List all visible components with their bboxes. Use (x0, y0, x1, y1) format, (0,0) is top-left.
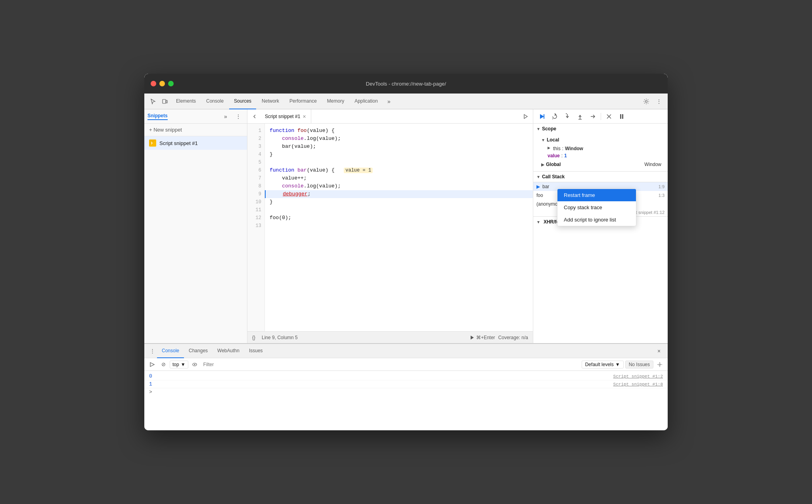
local-header[interactable]: ▼ Local (541, 135, 668, 145)
editor-tab-close-icon[interactable]: × (303, 113, 306, 120)
code-line-1: function foo(value) { (265, 127, 533, 135)
editor-run-button[interactable] (520, 111, 531, 122)
global-label: Global (546, 162, 561, 167)
pause-on-exceptions-btn[interactable] (616, 111, 627, 122)
console-source-1[interactable]: Script snippet #1:8 (613, 382, 663, 387)
tab-performance[interactable]: Performance (285, 94, 322, 109)
step-over-btn[interactable] (549, 111, 560, 122)
console-toolbar: ⊘ top ▼ Default levels ▼ No Issues (144, 358, 668, 371)
console-row-1: 1 Script snippet #1:8 (144, 380, 668, 388)
global-header[interactable]: ▶ Global Window (541, 159, 668, 170)
editor-tab-snippet1[interactable]: Script snippet #1 × (260, 109, 311, 124)
bottom-tab-console[interactable]: Console (157, 344, 184, 358)
context-menu: Restart frame Copy stack trace Add scrip… (557, 189, 636, 226)
global-triangle-icon: ▶ (541, 162, 544, 167)
bottom-tab-issues[interactable]: Issues (244, 344, 268, 358)
status-bar: {} Line 9, Column 5 ⌘+Enter Coverage: n/… (247, 331, 533, 343)
minimize-button[interactable] (159, 81, 165, 86)
context-menu-ignore-list[interactable]: Add script to ignore list (557, 214, 636, 226)
call-item-bar-location: 1:9 (659, 184, 665, 189)
more-panels-icon[interactable]: » (220, 111, 231, 122)
main-tab-bar: Elements Console Sources Network Perform… (144, 94, 668, 109)
resume-btn[interactable] (536, 111, 548, 122)
close-button[interactable] (151, 81, 156, 86)
bottom-tab-right: × (653, 346, 665, 357)
clear-console-icon[interactable]: ⊘ (159, 360, 168, 369)
step-into-btn[interactable] (562, 111, 573, 122)
console-source-0[interactable]: Script snippet #1:2 (613, 374, 663, 379)
scope-header[interactable]: ▼ Scope (533, 124, 668, 134)
console-settings-icon[interactable] (655, 360, 665, 369)
bottom-more-icon[interactable]: ⋮ (147, 346, 157, 356)
top-dropdown-arrow: ▼ (181, 362, 186, 367)
debugger-toolbar (533, 109, 668, 124)
settings-icon[interactable] (641, 96, 652, 107)
more-tabs-icon[interactable]: » (383, 96, 395, 107)
value-key: value (548, 153, 560, 158)
bottom-tab-webauthn[interactable]: WebAuthn (213, 344, 244, 358)
context-menu-restart-frame[interactable]: Restart frame (557, 189, 636, 201)
bottom-tab-changes[interactable]: Changes (184, 344, 213, 358)
snippet-item[interactable]: Script snippet #1 (144, 136, 247, 150)
svg-point-16 (194, 364, 195, 365)
callstack-triangle-icon: ▼ (536, 175, 540, 179)
call-item-foo-left: foo (536, 193, 543, 198)
center-panel: Script snippet #1 × 1 2 3 4 5 6 7 8 (247, 109, 533, 343)
device-toolbar-icon[interactable] (159, 96, 170, 107)
no-issues-badge[interactable]: No Issues (625, 361, 653, 368)
cursor-position: Line 9, Column 5 (262, 335, 298, 340)
eye-icon[interactable] (190, 360, 199, 369)
code-line-4: } (265, 151, 533, 158)
this-triangle-icon: ▶ (548, 146, 550, 151)
format-icon-label[interactable]: {} (252, 335, 255, 340)
tab-bar-right: ⋮ (641, 96, 665, 107)
run-console-icon[interactable] (147, 360, 157, 369)
tab-application[interactable]: Application (350, 94, 383, 109)
status-bar-center: ⌘+Enter Coverage: n/a (470, 335, 528, 340)
title-bar: DevTools - chrome://new-tab-page/ (144, 74, 668, 94)
line-num-4: 4 (247, 151, 264, 158)
maximize-button[interactable] (168, 81, 174, 86)
step-out-btn[interactable] (575, 111, 586, 122)
editor-tab-label: Script snippet #1 (265, 114, 300, 119)
line-num-13: 13 (247, 222, 264, 230)
scope-this-item: ▶ this : Window (541, 145, 668, 152)
console-filter-input[interactable] (201, 361, 580, 368)
snippet-name: Script snippet #1 (159, 140, 198, 146)
new-snippet-button[interactable]: + New snippet (144, 124, 247, 136)
run-snippet-btn[interactable]: ⌘+Enter (470, 335, 495, 340)
close-bottom-panel-icon[interactable]: × (653, 346, 665, 357)
code-line-10: } (265, 198, 533, 206)
context-menu-copy-stack-trace[interactable]: Copy stack trace (557, 201, 636, 214)
callstack-header[interactable]: ▼ Call Stack (533, 172, 668, 182)
code-line-3: bar(value); (265, 143, 533, 151)
tab-sources[interactable]: Sources (229, 94, 256, 109)
editor-back-icon[interactable] (249, 111, 260, 122)
scope-label: Scope (542, 126, 556, 132)
editor-tab-bar: Script snippet #1 × (247, 109, 533, 124)
tab-console[interactable]: Console (201, 94, 228, 109)
call-item-bar-left: ▶ bar (536, 184, 549, 189)
code-line-9: debugger; (265, 190, 533, 198)
svg-rect-13 (622, 114, 623, 119)
deactivate-breakpoints-btn[interactable] (603, 111, 615, 122)
svg-point-2 (645, 100, 647, 102)
xhr-triangle-icon: ▼ (536, 220, 540, 224)
tab-network[interactable]: Network (257, 94, 284, 109)
code-content: function foo(value) { console.log(value)… (265, 124, 533, 331)
line-num-2: 2 (247, 135, 264, 143)
cursor-icon[interactable] (147, 96, 159, 107)
scope-triangle-icon: ▼ (536, 127, 540, 131)
levels-dropdown[interactable]: Default levels ▼ (582, 361, 624, 368)
step-btn[interactable] (587, 111, 598, 122)
snippets-tab[interactable]: Snippets (147, 113, 168, 120)
svg-rect-6 (544, 114, 544, 119)
tab-memory[interactable]: Memory (322, 94, 349, 109)
panel-menu-icon[interactable]: ⋮ (233, 111, 244, 122)
console-prompt[interactable]: > (144, 388, 668, 396)
tab-elements[interactable]: Elements (171, 94, 201, 109)
svg-rect-12 (620, 114, 621, 119)
more-options-icon[interactable]: ⋮ (653, 96, 665, 107)
context-selector-dropdown[interactable]: top ▼ (170, 361, 188, 368)
local-label: Local (547, 137, 559, 143)
